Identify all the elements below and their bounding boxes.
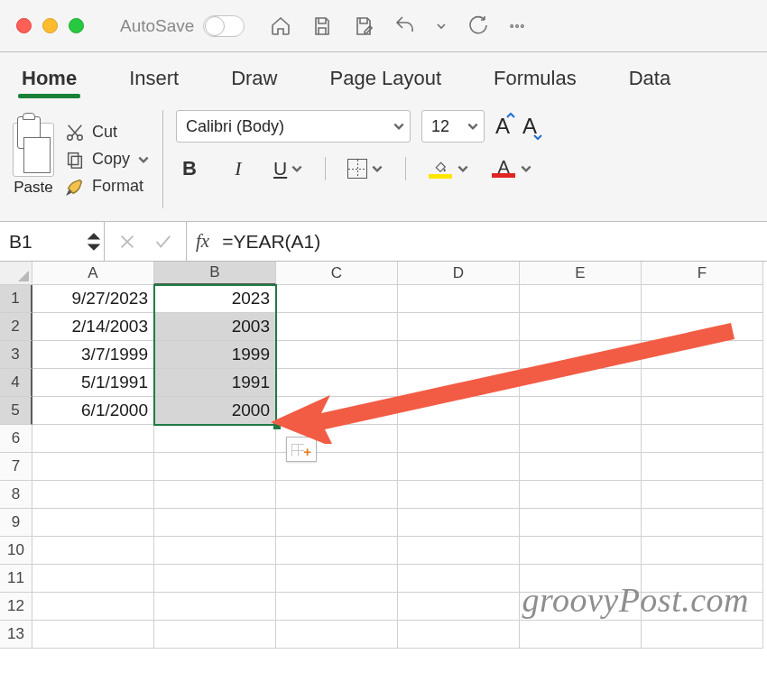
cell-b6[interactable] <box>154 425 276 453</box>
cell-d1[interactable] <box>398 285 520 313</box>
cell-b4[interactable]: 1991 <box>154 369 276 397</box>
home-icon[interactable] <box>270 15 291 37</box>
col-header-b[interactable]: B <box>154 262 276 285</box>
cell-e2[interactable] <box>520 313 642 341</box>
redo-icon[interactable] <box>467 15 488 37</box>
cell-e13[interactable] <box>520 621 642 649</box>
tab-data[interactable]: Data <box>627 61 672 103</box>
copy-button[interactable]: Copy <box>65 150 150 170</box>
cell-b7[interactable] <box>154 453 276 481</box>
cell-c13[interactable] <box>276 621 398 649</box>
cell-a11[interactable] <box>32 565 154 593</box>
row-header[interactable]: 9 <box>0 509 32 537</box>
cell-c9[interactable] <box>276 509 398 537</box>
minimize-window[interactable] <box>42 18 58 33</box>
cell-f6[interactable] <box>642 425 763 453</box>
cell-b10[interactable] <box>154 537 276 565</box>
decrease-font-size-button[interactable]: A <box>522 114 537 139</box>
cell-a3[interactable]: 3/7/1999 <box>32 341 154 369</box>
cell-d11[interactable] <box>398 565 520 593</box>
row-header[interactable]: 1 <box>0 285 32 313</box>
cell-a10[interactable] <box>32 537 154 565</box>
cell-a4[interactable]: 5/1/1991 <box>32 369 154 397</box>
cell-d9[interactable] <box>398 509 520 537</box>
cell-b2[interactable]: 2003 <box>154 313 276 341</box>
row-header[interactable]: 13 <box>0 621 32 649</box>
cell-c1[interactable] <box>276 285 398 313</box>
row-header[interactable]: 3 <box>0 341 32 369</box>
font-size-dropdown[interactable]: 12 <box>421 110 485 143</box>
cell-f9[interactable] <box>642 509 763 537</box>
cell-f8[interactable] <box>642 481 763 509</box>
cell-c4[interactable] <box>276 369 398 397</box>
format-painter-button[interactable]: Format <box>65 177 150 197</box>
cell-c5[interactable] <box>276 397 398 425</box>
more-icon[interactable] <box>508 15 526 37</box>
cell-d8[interactable] <box>398 481 520 509</box>
cell-b9[interactable] <box>154 509 276 537</box>
cell-d5[interactable] <box>398 397 520 425</box>
formula-input[interactable]: =YEAR(A1) <box>218 222 767 261</box>
accept-formula-button[interactable] <box>153 232 173 252</box>
tab-home[interactable]: Home <box>20 61 79 103</box>
save-icon[interactable] <box>311 15 333 37</box>
cell-a2[interactable]: 2/14/2003 <box>32 313 154 341</box>
close-window[interactable] <box>16 18 32 33</box>
cell-d7[interactable] <box>398 453 520 481</box>
font-color-button[interactable]: A <box>491 155 532 182</box>
cell-f5[interactable] <box>642 397 763 425</box>
cell-f3[interactable] <box>642 341 763 369</box>
cell-e1[interactable] <box>520 285 642 313</box>
cell-b8[interactable] <box>154 481 276 509</box>
name-box[interactable]: B1 <box>0 222 105 261</box>
autofill-options-button[interactable]: + <box>286 437 317 462</box>
row-header[interactable]: 2 <box>0 313 32 341</box>
cell-e4[interactable] <box>520 369 642 397</box>
col-header-c[interactable]: C <box>276 262 398 285</box>
cell-c11[interactable] <box>276 565 398 593</box>
fx-icon[interactable]: fx <box>187 222 218 261</box>
cell-e7[interactable] <box>520 453 642 481</box>
name-box-stepper[interactable] <box>88 231 100 253</box>
tab-draw[interactable]: Draw <box>229 61 279 103</box>
cell-d12[interactable] <box>398 593 520 621</box>
cancel-formula-button[interactable] <box>117 232 137 252</box>
cell-b12[interactable] <box>154 593 276 621</box>
save-as-icon[interactable] <box>353 15 374 37</box>
cell-f10[interactable] <box>642 537 763 565</box>
cell-a5[interactable]: 6/1/2000 <box>32 397 154 425</box>
cell-e5[interactable] <box>520 397 642 425</box>
cell-d2[interactable] <box>398 313 520 341</box>
select-all-button[interactable] <box>0 262 32 285</box>
chevron-down-icon[interactable] <box>392 120 406 133</box>
zoom-window[interactable] <box>69 18 84 33</box>
cut-button[interactable]: Cut <box>65 123 150 143</box>
cell-a7[interactable] <box>32 453 154 481</box>
row-header[interactable]: 10 <box>0 537 32 565</box>
col-header-f[interactable]: F <box>642 262 763 285</box>
cell-e8[interactable] <box>520 481 642 509</box>
row-header[interactable]: 8 <box>0 481 32 509</box>
cell-c12[interactable] <box>276 593 398 621</box>
cell-b1[interactable]: 2023 <box>154 285 276 313</box>
col-header-d[interactable]: D <box>398 262 520 285</box>
cell-f7[interactable] <box>642 453 763 481</box>
font-family-dropdown[interactable]: Calibri (Body) <box>176 110 411 143</box>
cell-d4[interactable] <box>398 369 520 397</box>
tab-formulas[interactable]: Formulas <box>492 61 578 103</box>
col-header-e[interactable]: E <box>520 262 642 285</box>
cell-e3[interactable] <box>520 341 642 369</box>
autosave-toggle[interactable]: AutoSave <box>120 15 245 37</box>
undo-icon[interactable] <box>394 15 416 37</box>
cell-d3[interactable] <box>398 341 520 369</box>
cell-c2[interactable] <box>276 313 398 341</box>
cell-e10[interactable] <box>520 537 642 565</box>
paste-button[interactable]: Paste <box>13 123 54 197</box>
col-header-a[interactable]: A <box>32 262 154 285</box>
cell-a12[interactable] <box>32 593 154 621</box>
cell-d13[interactable] <box>398 621 520 649</box>
cell-d6[interactable] <box>398 425 520 453</box>
cell-e6[interactable] <box>520 425 642 453</box>
row-header[interactable]: 7 <box>0 453 32 481</box>
cell-c8[interactable] <box>276 481 398 509</box>
